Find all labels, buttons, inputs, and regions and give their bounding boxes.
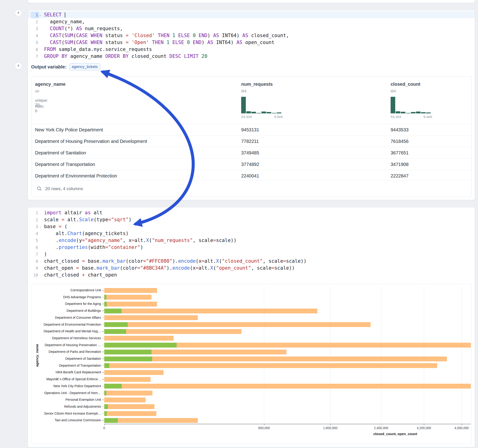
code-token (149, 40, 152, 45)
code-token: AS (242, 33, 248, 38)
line-number-text: 7 (32, 53, 38, 60)
python-code-editor[interactable]: 1import altair as alt2scale = alt.Scale(… (28, 209, 475, 278)
line-number-text: 7 (32, 251, 38, 258)
code-token: scale)) (216, 238, 237, 243)
y-axis-tick (102, 379, 104, 380)
code-token: AS (213, 33, 219, 38)
table-row[interactable]: Department of Transportation377489234719… (32, 158, 471, 170)
code-line-text: .encode(y="agency_name", x=alt.X("num_re… (43, 237, 237, 244)
code-line-text: ) (43, 251, 47, 258)
output-variable-pill[interactable]: agency_tickets (69, 63, 100, 70)
code-line: 3 COUNT(*) AS num_requests, (28, 25, 475, 32)
y-axis-tick-label: Correspondence Unit (32, 288, 101, 292)
y-axis-tick (102, 311, 104, 311)
table-row[interactable]: Department of Sanitation37494853677651 (32, 147, 471, 158)
table-row[interactable]: Department of Housing Preservation and D… (32, 135, 471, 147)
code-token: encode (59, 238, 76, 243)
chart-plot-area (104, 287, 471, 424)
value-cell: 3749485 (241, 150, 259, 155)
value-cell: 3677651 (391, 150, 409, 155)
code-token: ELSE (178, 33, 190, 38)
add-cell-button[interactable]: + (15, 62, 22, 70)
search-icon[interactable] (37, 186, 42, 191)
fold-caret-icon[interactable]: ⌄ (38, 11, 43, 18)
column-name: closed_count (391, 81, 420, 87)
output-variable-label: Output variable: (31, 64, 66, 70)
histogram-bar (277, 112, 281, 113)
y-axis-tick-label: Department of Sanitation (32, 357, 101, 361)
code-token: scale (44, 217, 62, 222)
code-token: COUNT (50, 26, 64, 31)
fold-slot (38, 25, 43, 32)
y-axis-tick-label: Department of Homeless Services (32, 336, 101, 340)
line-number-text: 2 (32, 19, 38, 25)
code-token: AS (207, 40, 213, 45)
histogram-max-label: 9.5e6 (274, 115, 283, 119)
y-axis-tick (102, 420, 104, 421)
code-token: CAST (50, 40, 62, 45)
table-body: New York City Police Department945313194… (32, 124, 471, 181)
code-token: (color (126, 258, 143, 264)
code-token: ( (62, 33, 65, 38)
code-line: 1import altair as alt (28, 209, 475, 216)
line-number: 7 (28, 53, 38, 60)
column-type: str (35, 89, 39, 93)
line-number-text: 5 (32, 39, 38, 46)
code-token: SUM (65, 40, 73, 45)
histogram-bar (272, 113, 276, 113)
code-token: = (201, 258, 205, 264)
add-cell-button[interactable]: + (15, 9, 22, 17)
y-axis-tick (102, 317, 104, 318)
code-line-text: FROM sample_data.nyc.service_requests (43, 46, 152, 53)
fold-caret-icon[interactable]: ⌄ (38, 223, 43, 230)
value-cell: 3471908 (391, 162, 409, 167)
code-token: AS (76, 26, 82, 31)
code-token: = (82, 258, 85, 264)
code-token: = (271, 265, 274, 271)
sql-code-editor[interactable]: 1⌄SELECT 2 agency_name,3 COUNT(*) AS num… (28, 11, 475, 60)
code-line: 3⌄base = ( (28, 223, 475, 230)
bar-closed-count (104, 302, 157, 306)
fold-slot (38, 237, 43, 244)
code-token: alt. (204, 258, 216, 264)
y-axis-tick (102, 338, 104, 339)
code-token: = (126, 33, 129, 38)
notebook-page: + + 1⌄SELECT 2 agency_name,3 COUNT(*) AS… (0, 0, 478, 448)
bar-open-count (104, 384, 122, 389)
code-token: closed_count, (248, 33, 289, 38)
code-token: LIMIT (184, 53, 199, 59)
table-row[interactable]: New York City Police Department945313194… (32, 124, 471, 135)
code-line: 2 agency_name, (28, 18, 475, 25)
line-number-text: 6 (32, 244, 38, 251)
code-line: 5 CAST(SUM(CASE WHEN status = 'Open' THE… (28, 39, 475, 46)
column-type: i64 (391, 89, 396, 93)
table-header: agency_namestrunique: 20nulls: 0num_requ… (32, 76, 471, 124)
code-token: alt. (65, 217, 79, 222)
code-token: "open_count" (216, 265, 251, 271)
fold-slot (38, 265, 43, 272)
code-token: open_count (242, 40, 274, 45)
code-token: ) (129, 217, 132, 222)
bar-closed-count (104, 315, 198, 320)
fold-slot (38, 209, 43, 216)
code-token: DESC (170, 53, 181, 59)
code-token: Scale (79, 217, 94, 222)
code-token: 'Closed' (132, 33, 155, 38)
fold-slot (38, 216, 43, 223)
y-axis-tick-label: Operations Unit - Department of Hom… (32, 391, 101, 395)
line-number: 5 (28, 237, 38, 244)
code-token: = (59, 224, 62, 229)
y-axis-tick (102, 372, 104, 373)
y-axis-tick (102, 393, 104, 393)
bar-open-count (104, 329, 126, 334)
code-line-text: import altair as alt (43, 209, 102, 216)
code-token: INT64) (219, 33, 242, 38)
code-token: WHEN (91, 33, 102, 38)
code-token: ) (70, 26, 76, 31)
code-token: = (132, 238, 134, 243)
code-line-text: base = ( (43, 223, 67, 230)
table-row[interactable]: Department of Environmental Protection22… (32, 170, 471, 181)
fold-slot (38, 258, 43, 265)
bar-open-count (104, 295, 106, 300)
code-token: "#8BC34A" (140, 265, 166, 271)
